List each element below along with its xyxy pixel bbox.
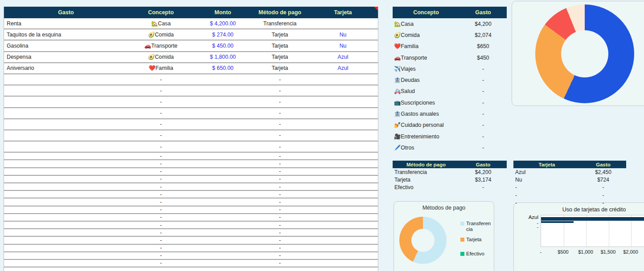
summary-value: -: [580, 200, 626, 206]
bar-1: [541, 221, 574, 223]
col-header-gasto[interactable]: Gasto: [4, 9, 128, 16]
tarjeta-gasto-col-header[interactable]: Gasto: [580, 162, 626, 167]
cell-metodo[interactable]: Tarjeta: [252, 32, 308, 38]
cell-metodo[interactable]: -: [252, 144, 308, 150]
cell-tarjeta[interactable]: Azul: [308, 54, 378, 60]
x-tick-label: -: [540, 249, 541, 255]
cell-metodo[interactable]: -: [252, 252, 308, 259]
cell-concepto[interactable]: 🏡Casa: [128, 20, 194, 27]
summary-label: 🥑Comida: [393, 32, 459, 38]
cell-concepto[interactable]: -: [128, 260, 194, 266]
cell-gasto[interactable]: Aniversario: [4, 65, 128, 71]
cell-gasto[interactable]: Renta: [4, 20, 128, 27]
cell-metodo[interactable]: Tarjeta: [252, 43, 308, 49]
cell-metodo[interactable]: -: [252, 161, 308, 167]
cell-monto[interactable]: $ 650.00: [194, 65, 252, 71]
cell-concepto[interactable]: -: [128, 245, 194, 251]
summary-row: Nu$724: [513, 176, 626, 183]
cell-monto[interactable]: $ 4,200.00: [194, 20, 252, 27]
cell-metodo[interactable]: -: [252, 245, 308, 251]
cell-metodo[interactable]: -: [252, 222, 308, 228]
table-row-empty: --: [4, 168, 378, 176]
cell-concepto[interactable]: 🚗Transporte: [128, 43, 194, 49]
cell-tarjeta[interactable]: Azul: [308, 65, 378, 71]
cell-concepto[interactable]: -: [128, 77, 194, 83]
cell-metodo[interactable]: -: [252, 199, 308, 205]
cell-concepto[interactable]: -: [128, 184, 194, 190]
cell-concepto[interactable]: -: [128, 99, 194, 105]
legend-label: Transferencia: [466, 221, 492, 232]
cell-concepto[interactable]: 🥑Comida: [128, 32, 194, 38]
cell-concepto[interactable]: -: [128, 161, 194, 167]
cell-gasto[interactable]: Despensa: [4, 54, 128, 60]
summary-value: -: [459, 133, 507, 140]
category-icon: 📺: [394, 100, 401, 106]
cell-concepto[interactable]: -: [128, 176, 194, 182]
col-header-tarjeta[interactable]: Tarjeta: [308, 9, 378, 16]
cell-gasto[interactable]: Gasolina: [4, 43, 128, 49]
cell-tarjeta[interactable]: Nu: [308, 32, 378, 38]
cell-metodo[interactable]: -: [252, 230, 308, 236]
cell-concepto[interactable]: -: [128, 110, 194, 116]
summary-label: -: [513, 192, 580, 198]
cell-metodo[interactable]: Transferencia: [252, 20, 308, 27]
cell-metodo[interactable]: -: [252, 99, 308, 105]
cell-metodo[interactable]: -: [252, 132, 308, 138]
cell-metodo[interactable]: Tarjeta: [252, 54, 308, 60]
col-header-metodo-de-pago[interactable]: Método de pago: [252, 9, 308, 16]
cell-monto[interactable]: $ 1,800.00: [194, 54, 252, 60]
cell-concepto[interactable]: -: [128, 222, 194, 228]
metodo-gasto-col-header[interactable]: Gasto: [459, 162, 507, 167]
summary-label: Transferencia: [393, 169, 459, 175]
cell-concepto[interactable]: 🥑Comida: [128, 54, 194, 60]
cell-metodo[interactable]: -: [252, 206, 308, 213]
cell-metodo[interactable]: -: [252, 237, 308, 243]
tarjeta-col-header[interactable]: Tarjeta: [513, 162, 580, 167]
table-row-empty: --: [4, 191, 378, 198]
x-tick-label: $1,000: [578, 249, 593, 255]
cell-concepto[interactable]: -: [128, 191, 194, 198]
cell-metodo[interactable]: -: [252, 110, 308, 116]
category-icon: 🚗: [394, 55, 401, 61]
cell-concepto[interactable]: -: [128, 206, 194, 213]
tarjeta-summary-header: Tarjeta Gasto: [513, 161, 626, 168]
col-header-concepto[interactable]: Concepto: [128, 9, 194, 16]
cell-metodo[interactable]: Tarjeta: [252, 65, 308, 71]
cell-metodo[interactable]: -: [252, 168, 308, 174]
col-header-monto[interactable]: Monto: [194, 9, 252, 16]
table-row-empty: --: [4, 245, 378, 252]
cell-metodo[interactable]: -: [252, 88, 308, 94]
cell-metodo[interactable]: -: [252, 176, 308, 182]
cell-concepto[interactable]: -: [128, 88, 194, 94]
cell-monto[interactable]: $ 274.00: [194, 32, 252, 38]
summary-value: -: [459, 66, 507, 72]
cell-metodo[interactable]: -: [252, 260, 308, 266]
cell-monto[interactable]: $ 450.00: [194, 43, 252, 49]
cell-concepto[interactable]: -: [128, 132, 194, 138]
cell-concepto[interactable]: -: [128, 121, 194, 127]
metodo-summary-table: Método de pago Gasto Transferencia$4,200…: [393, 161, 507, 191]
metodo-col-header[interactable]: Método de pago: [393, 162, 459, 167]
cell-metodo[interactable]: -: [252, 184, 308, 190]
cell-concepto[interactable]: ❤️Familia: [128, 65, 194, 71]
legend-swatch-icon: [460, 222, 464, 226]
summary-col-concepto[interactable]: Concepto: [393, 9, 459, 16]
cell-concepto[interactable]: -: [128, 214, 194, 220]
cell-concepto[interactable]: -: [128, 153, 194, 159]
summary-col-gasto[interactable]: Gasto: [459, 9, 507, 16]
cell-concepto[interactable]: -: [128, 199, 194, 205]
cell-concepto[interactable]: -: [128, 168, 194, 174]
cell-gasto[interactable]: Taquitos de la esquina: [4, 32, 128, 38]
cell-concepto[interactable]: -: [128, 268, 194, 271]
cell-concepto[interactable]: -: [128, 144, 194, 150]
cell-metodo[interactable]: -: [252, 191, 308, 198]
cell-metodo[interactable]: -: [252, 268, 308, 271]
cell-concepto[interactable]: -: [128, 237, 194, 243]
cell-tarjeta[interactable]: Nu: [308, 43, 378, 49]
cell-concepto[interactable]: -: [128, 252, 194, 259]
cell-metodo[interactable]: -: [252, 77, 308, 83]
cell-metodo[interactable]: -: [252, 214, 308, 220]
cell-metodo[interactable]: -: [252, 153, 308, 159]
cell-concepto[interactable]: -: [128, 230, 194, 236]
cell-metodo[interactable]: -: [252, 121, 308, 127]
